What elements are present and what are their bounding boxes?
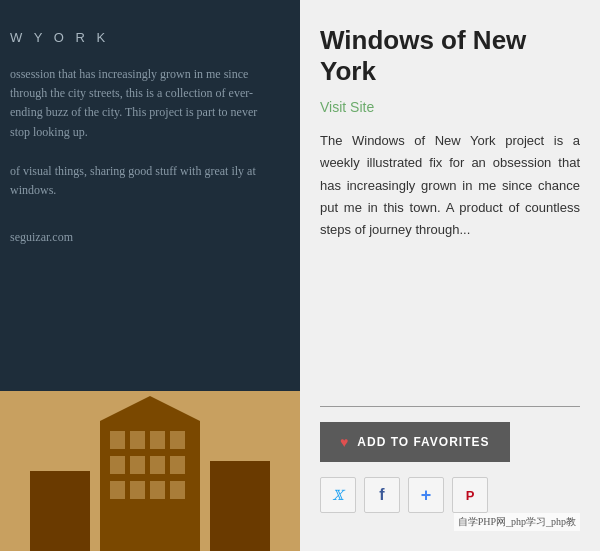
site-url: seguizar.com — [10, 230, 280, 245]
image-area — [0, 391, 300, 551]
svg-rect-11 — [110, 481, 125, 499]
facebook-icon: f — [379, 486, 384, 504]
pinterest-share-button[interactable]: P — [452, 477, 488, 513]
svg-rect-3 — [110, 431, 125, 449]
svg-rect-8 — [130, 456, 145, 474]
site-tagline: of visual things, sharing good stuff wit… — [10, 162, 280, 200]
svg-rect-13 — [150, 481, 165, 499]
twitter-icon: 𝕏 — [333, 487, 344, 504]
right-panel: Windows of New York Visit Site The Windo… — [300, 0, 600, 551]
google-icon: + — [421, 485, 432, 506]
svg-rect-10 — [170, 456, 185, 474]
divider-line — [320, 406, 580, 407]
social-buttons: 𝕏 f + P — [320, 477, 580, 513]
site-description: ossession that has increasingly grown in… — [10, 65, 280, 142]
building-illustration — [0, 391, 300, 551]
left-panel: W Y O R K ossession that has increasingl… — [0, 0, 300, 551]
svg-rect-16 — [210, 461, 270, 551]
left-panel-content: W Y O R K ossession that has increasingl… — [0, 0, 300, 285]
svg-rect-6 — [170, 431, 185, 449]
site-title: W Y O R K — [10, 30, 280, 45]
visit-site-link[interactable]: Visit Site — [320, 99, 580, 115]
left-wrapper: W Y O R K ossession that has increasingl… — [0, 0, 300, 551]
svg-rect-14 — [170, 481, 185, 499]
svg-rect-15 — [30, 471, 90, 551]
google-share-button[interactable]: + — [408, 477, 444, 513]
svg-rect-7 — [110, 456, 125, 474]
svg-rect-4 — [130, 431, 145, 449]
svg-rect-5 — [150, 431, 165, 449]
project-title: Windows of New York — [320, 25, 580, 87]
twitter-share-button[interactable]: 𝕏 — [320, 477, 356, 513]
svg-rect-12 — [130, 481, 145, 499]
svg-rect-9 — [150, 456, 165, 474]
heart-icon: ♥ — [340, 434, 349, 450]
project-description: The Windows of New York project is a wee… — [320, 130, 580, 386]
watermark: 自学PHP网_php学习_php教 — [454, 513, 580, 531]
add-to-favorites-label: ADD TO FAVORITES — [357, 435, 489, 449]
facebook-share-button[interactable]: f — [364, 477, 400, 513]
add-to-favorites-button[interactable]: ♥ ADD TO FAVORITES — [320, 422, 510, 462]
pinterest-icon: P — [466, 488, 475, 503]
